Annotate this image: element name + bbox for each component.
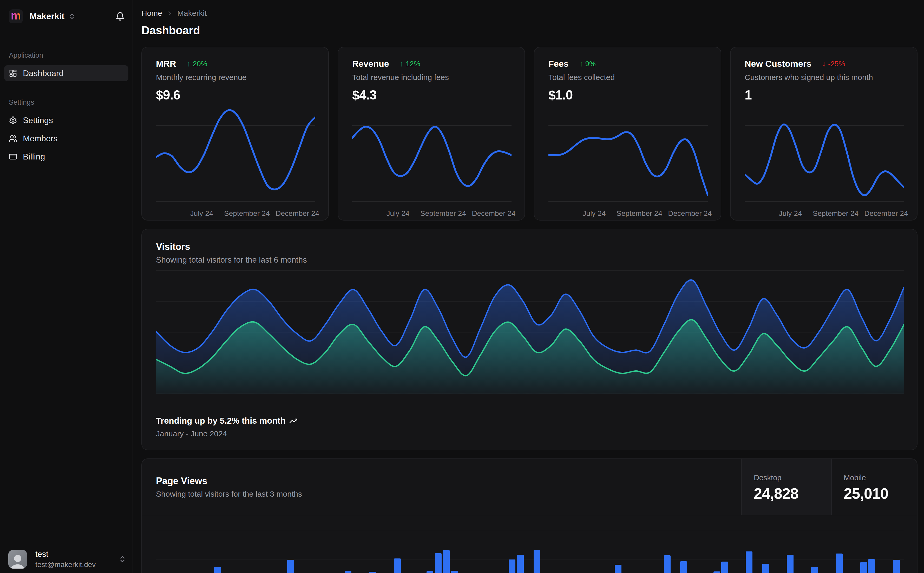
x-tick: September 24 [420, 209, 466, 218]
logo-letter: m [11, 10, 21, 21]
arrow-up-icon: ↑ [187, 60, 190, 68]
stat-title: Revenue [352, 59, 389, 69]
sidebar-item-label: Billing [23, 152, 45, 161]
x-tick: December 24 [864, 209, 908, 218]
stat-subtitle: Monthly recurring revenue [156, 73, 315, 82]
visitors-trend: Trending up by 5.2% this month [156, 416, 904, 426]
sparkline-chart [745, 103, 904, 205]
stat-card-revenue: Revenue ↑ 12% Total revenue including fe… [337, 47, 525, 221]
arrow-down-icon: ↓ [822, 60, 826, 68]
stat-title: MRR [156, 59, 176, 69]
stat-card-new-customers: New Customers ↓ -25% Customers who signe… [730, 47, 918, 221]
sidebar-item-dashboard[interactable]: Dashboard [4, 65, 129, 81]
sidebar-item-members[interactable]: Members [4, 130, 129, 147]
visitors-title: Visitors [156, 241, 904, 252]
x-axis-labels: July 24 September 24 December 24 [548, 209, 708, 215]
app-root: { "sidebar": { "logo_letter": "m", "bran… [0, 0, 924, 573]
stat-value: $4.3 [352, 88, 511, 103]
toggle-label: Mobile [844, 473, 917, 482]
stat-value: 1 [745, 88, 904, 103]
x-axis-labels: July 24 September 24 December 24 [745, 209, 904, 215]
sidebar: m Makerkit Application Dashboard Setting… [0, 0, 133, 573]
stat-cards-row: MRR ↑ 20% Monthly recurring revenue $9.6… [141, 47, 918, 221]
gear-icon [9, 116, 17, 124]
x-tick: September 24 [813, 209, 858, 218]
workspace-name: Makerkit [30, 11, 64, 21]
sidebar-item-settings[interactable]: Settings [4, 112, 129, 128]
x-tick: December 24 [472, 209, 515, 218]
stat-delta: ↑ 12% [400, 60, 420, 68]
user-email: test@makerkit.dev [35, 560, 96, 569]
stat-card-fees: Fees ↑ 9% Total fees collected $1.0 July… [534, 47, 721, 221]
page-title: Dashboard [141, 24, 918, 37]
x-tick: December 24 [276, 209, 319, 218]
dashboard-icon [9, 69, 17, 77]
breadcrumb-current: Makerkit [177, 9, 207, 18]
chevron-right-icon [166, 10, 173, 17]
stat-subtitle: Customers who signed up this month [745, 73, 904, 82]
visitors-subtitle: Showing total visitors for the last 6 mo… [156, 255, 904, 265]
page-views-bar-chart [156, 515, 904, 573]
arrow-up-icon: ↑ [580, 60, 583, 68]
stat-value: $1.0 [548, 88, 708, 103]
page-views-subtitle: Showing total visitors for the last 3 mo… [156, 490, 741, 498]
avatar [8, 550, 27, 568]
page-views-title: Page Views [156, 476, 741, 487]
toggle-label: Desktop [754, 473, 831, 482]
stat-delta-value: 20% [193, 60, 207, 68]
x-tick: December 24 [668, 209, 712, 218]
stat-subtitle: Total revenue including fees [352, 73, 511, 82]
main-content: Home Makerkit Dashboard MRR ↑ 20% Monthl… [133, 0, 924, 573]
stat-subtitle: Total fees collected [548, 73, 708, 82]
user-menu[interactable]: test test@makerkit.dev [0, 550, 133, 569]
visitors-area-chart [156, 271, 904, 394]
user-meta: test test@makerkit.dev [35, 550, 96, 569]
sidebar-item-label: Members [23, 134, 57, 143]
stat-title: Fees [548, 59, 569, 69]
visitors-range: January - June 2024 [156, 429, 904, 438]
stat-value: $9.6 [156, 88, 315, 103]
chevrons-up-down-icon[interactable] [69, 13, 75, 20]
sparkline-chart [156, 103, 315, 205]
sidebar-nav: Application Dashboard Settings Settings … [0, 52, 133, 165]
x-tick: July 24 [190, 209, 213, 218]
user-name: test [35, 550, 96, 559]
stat-delta: ↑ 20% [187, 60, 207, 68]
x-tick: September 24 [617, 209, 662, 218]
sparkline-chart [548, 103, 708, 205]
x-tick: July 24 [779, 209, 802, 218]
x-axis-labels: July 24 September 24 December 24 [156, 209, 315, 215]
credit-card-icon [9, 152, 17, 161]
sidebar-item-billing[interactable]: Billing [4, 149, 129, 165]
stat-delta-value: 9% [585, 60, 596, 68]
x-tick: July 24 [583, 209, 606, 218]
breadcrumb: Home Makerkit [141, 9, 918, 18]
stat-delta-value: 12% [406, 60, 420, 68]
stat-title: New Customers [745, 59, 811, 69]
bell-icon[interactable] [115, 12, 125, 21]
section-label-application: Application [0, 52, 133, 59]
x-axis-labels: July 24 September 24 December 24 [352, 209, 511, 215]
chevrons-up-down-icon [119, 555, 126, 563]
toggle-value: 24,828 [754, 485, 831, 502]
x-tick: July 24 [386, 209, 409, 218]
stat-delta: ↑ 9% [580, 60, 596, 68]
toggle-desktop[interactable]: Desktop 24,828 [741, 459, 831, 515]
users-icon [9, 134, 17, 142]
sidebar-item-label: Dashboard [23, 69, 64, 78]
arrow-up-icon: ↑ [400, 60, 404, 68]
sparkline-chart [352, 103, 511, 205]
makerkit-logo: m [9, 9, 23, 23]
toggle-value: 25,010 [844, 485, 917, 502]
stat-delta: ↓ -25% [822, 60, 845, 68]
page-views-header-text: Page Views Showing total visitors for th… [142, 459, 741, 515]
x-tick: September 24 [224, 209, 270, 218]
section-label-settings: Settings [0, 99, 133, 106]
stat-delta-value: -25% [828, 60, 845, 68]
visitors-trend-text: Trending up by 5.2% this month [156, 416, 286, 426]
page-views-card: Page Views Showing total visitors for th… [141, 459, 918, 573]
breadcrumb-home-link[interactable]: Home [141, 9, 162, 18]
toggle-mobile[interactable]: Mobile 25,010 [831, 459, 917, 515]
workspace-selector-row: m Makerkit [0, 0, 133, 23]
sidebar-item-label: Settings [23, 116, 53, 125]
